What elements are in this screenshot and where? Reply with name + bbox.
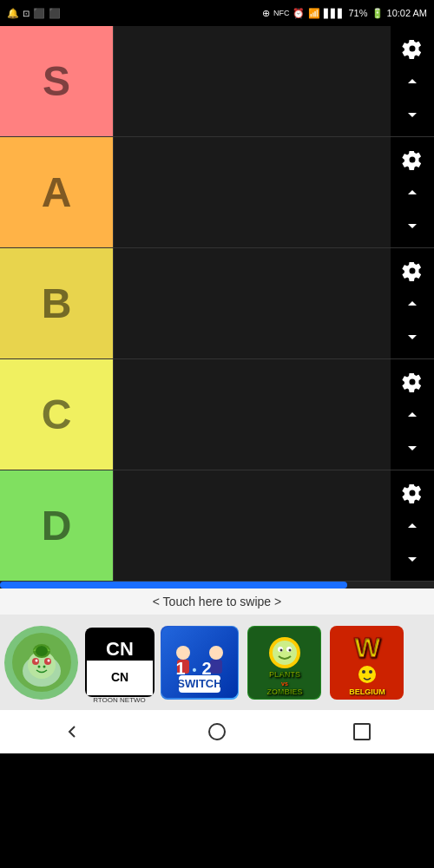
pvz-svg: PLANTS vs ZOMBIES (248, 627, 320, 699)
scroll-track (0, 582, 434, 589)
svg-text:BELGIUM: BELGIUM (349, 687, 385, 696)
tier-controls-c (391, 359, 434, 470)
walibi-image: W BELGIUM (330, 626, 404, 700)
tier-row-d: D (0, 470, 434, 582)
tier-c-up[interactable] (397, 399, 428, 431)
down-icon-a (402, 215, 423, 236)
bulbasaur-image (4, 626, 78, 700)
tier-content-b[interactable] (113, 248, 391, 358)
swipe-text: < Touch here to swipe > (153, 595, 281, 608)
tier-s-up[interactable] (397, 66, 428, 97)
gear-icon-d (402, 483, 423, 503)
down-icon-c (402, 437, 423, 458)
tier-content-s[interactable] (113, 26, 391, 136)
tier-controls-s (391, 26, 434, 136)
tier-b-up[interactable] (397, 288, 428, 319)
tier-a-settings[interactable] (397, 144, 428, 175)
app-icon-1-2-switch[interactable]: SWITCH 1 • 2 (156, 619, 243, 706)
app-icon-cartoon-network[interactable]: CN CN RTOON NETWO (82, 619, 156, 706)
svg-text:CN: CN (106, 638, 134, 660)
up-icon-s (402, 71, 423, 92)
extra-icon: ⬛ (49, 8, 61, 19)
svg-point-32 (280, 648, 283, 651)
tier-label-b: B (0, 248, 113, 358)
tier-d-up[interactable] (397, 510, 428, 542)
tier-c-settings[interactable] (397, 366, 428, 398)
svg-text:•: • (193, 663, 197, 677)
tier-a-down[interactable] (397, 210, 428, 241)
tier-d-settings[interactable] (397, 477, 428, 509)
tier-b-settings[interactable] (397, 255, 428, 286)
svg-point-41 (369, 670, 372, 674)
tier-label-s: S (0, 26, 113, 136)
app-icon-walibi[interactable]: W BELGIUM (326, 619, 408, 706)
tier-content-a[interactable] (113, 137, 391, 247)
nav-home-button[interactable] (200, 714, 234, 749)
svg-point-40 (362, 670, 365, 674)
app-icon-plants-vs-zombies[interactable]: PLANTS vs ZOMBIES (243, 619, 326, 706)
wifi-icon: 📶 (308, 8, 320, 19)
status-bar: 🔔 ⊡ ⬛ ⬛ ⊕ NFC ⏰ 📶 ▋▋▋ 71% 🔋 10:02 AM (0, 0, 434, 26)
gear-icon-a (402, 149, 423, 170)
time-display: 10:02 AM (387, 8, 427, 18)
svg-point-20 (209, 646, 223, 660)
signal-icon: ▋▋▋ (324, 9, 345, 18)
svg-point-6 (47, 660, 49, 662)
alarm-icon: ⏰ (293, 8, 305, 19)
cast-icon: ⊡ (23, 9, 30, 18)
up-icon-b (402, 293, 423, 314)
cn-svg: CN CN (87, 629, 153, 695)
tier-a-up[interactable] (397, 177, 428, 208)
bulbasaur-svg (11, 632, 72, 693)
svg-point-29 (273, 641, 297, 665)
battery-percent: 71% (348, 8, 367, 18)
walibi-svg: W BELGIUM (331, 627, 403, 699)
cn-image: CN CN (85, 628, 155, 697)
camera-icon: ⬛ (33, 8, 45, 19)
svg-text:2: 2 (201, 659, 211, 678)
svg-point-8 (43, 666, 45, 668)
svg-text:1: 1 (175, 659, 185, 678)
pvz-image: PLANTS vs ZOMBIES (247, 626, 321, 700)
svg-point-5 (35, 660, 37, 662)
tier-s-settings[interactable] (397, 33, 428, 64)
gear-icon-c (402, 372, 423, 392)
gear-icon-b (402, 260, 423, 281)
tier-s-down[interactable] (397, 99, 428, 130)
svg-point-10 (36, 646, 48, 656)
svg-text:W: W (354, 632, 381, 663)
down-icon-s (402, 104, 423, 125)
tier-content-c[interactable] (113, 359, 391, 470)
svg-text:PLANTS: PLANTS (269, 670, 300, 679)
status-icons-right: ⊕ NFC ⏰ 📶 ▋▋▋ 71% 🔋 10:02 AM (262, 8, 427, 19)
svg-text:ZOMBIES: ZOMBIES (266, 687, 302, 696)
tier-label-d: D (0, 470, 113, 581)
tier-row-b: B (0, 248, 434, 359)
tier-controls-a (391, 137, 434, 247)
tier-row-s: S (0, 26, 434, 137)
nav-bar (0, 710, 434, 753)
swipe-banner[interactable]: < Touch here to swipe > (0, 589, 434, 615)
scroll-thumb[interactable] (0, 582, 347, 589)
svg-text:vs: vs (281, 681, 288, 687)
tier-content-d[interactable] (113, 470, 391, 581)
nav-back-button[interactable] (55, 714, 89, 749)
svg-rect-21 (210, 660, 222, 674)
notification-icon: 🔔 (7, 8, 19, 19)
svg-point-7 (37, 666, 40, 668)
down-icon-b (402, 326, 423, 347)
tier-d-down[interactable] (397, 543, 428, 575)
down-icon-d (402, 549, 423, 569)
svg-point-18 (176, 646, 190, 660)
app-icons-row: CN CN RTOON NETWO (0, 615, 434, 710)
tier-controls-b (391, 248, 434, 358)
tier-row-c: C (0, 359, 434, 470)
nav-recent-button[interactable] (345, 714, 379, 749)
svg-text:SWITCH: SWITCH (177, 677, 221, 690)
tier-c-down[interactable] (397, 432, 428, 464)
tier-row-a: A (0, 137, 434, 248)
tier-b-down[interactable] (397, 321, 428, 352)
app-icon-bulbasaur[interactable] (0, 619, 82, 706)
up-icon-d (402, 516, 423, 536)
up-icon-a (402, 182, 423, 203)
